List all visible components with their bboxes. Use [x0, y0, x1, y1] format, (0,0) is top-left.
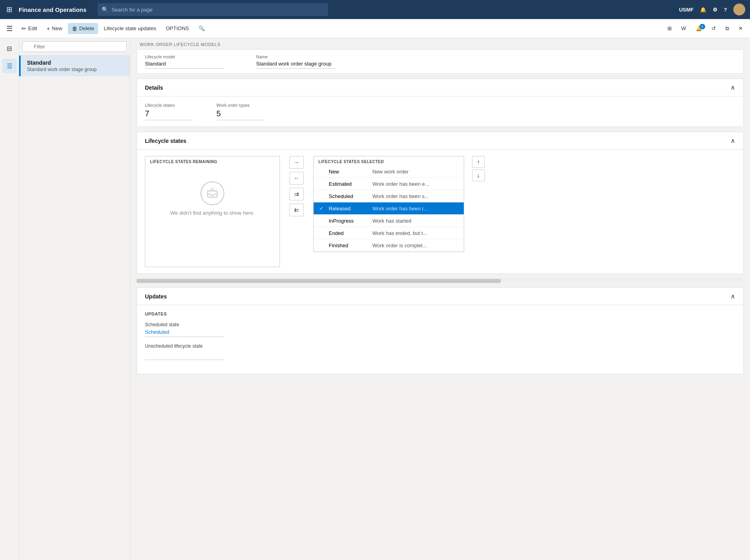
updates-section-header[interactable]: Updates ∧ [137, 288, 743, 305]
search-input[interactable] [112, 7, 324, 13]
list-panel: 🔍 Standard Standard work order stage gro… [19, 38, 130, 560]
topbar-right: USMF 🔔 ⚙ ? [679, 4, 745, 15]
row-description: Work order has been r... [372, 206, 428, 212]
avatar[interactable] [733, 4, 745, 15]
lifecycle-model-value: Standard [145, 61, 224, 69]
row-description: Work order has been e... [372, 181, 429, 187]
move-left-button[interactable]: ← [289, 172, 304, 185]
details-section-title: Details [145, 85, 163, 91]
name-label: Name [256, 54, 335, 59]
commandbar: ☰ ✏ Edit + New 🗑 Delete Lifecycle state … [0, 19, 750, 38]
move-right-button[interactable]: → [289, 156, 304, 169]
lifecycle-selected-row[interactable]: Ended Work has ended, but t... [314, 227, 464, 239]
lifecycle-states-collapse-icon: ∧ [731, 137, 735, 144]
filter-toggle-icon[interactable]: ⊟ [2, 41, 17, 56]
lifecycle-states-count-label: Lifecycle states [145, 103, 193, 108]
lifecycle-empty-state: We didn't find anything to show here. [145, 165, 280, 232]
lifecycle-selected-label: LIFECYCLE STATES SELECTED [314, 156, 464, 165]
grid-icon[interactable]: ⊞ [5, 4, 14, 15]
filter-input[interactable] [22, 41, 127, 52]
record-header: Lifecycle model Standard Name Standard w… [137, 49, 744, 74]
work-order-types-field: Work order types 5 [216, 103, 264, 120]
name-value: Standard work order stage group [256, 61, 335, 69]
main-layout: ⊟ ☰ 🔍 Standard Standard work order stage… [0, 38, 750, 560]
bell-icon[interactable]: 🔔 [700, 7, 706, 13]
row-check-icon [318, 168, 325, 175]
lifecycle-selected-row[interactable]: Estimated Work order has been e... [314, 178, 464, 190]
lifecycle-model-field: Lifecycle model Standard [145, 54, 224, 69]
updates-content: UPDATES Scheduled state Scheduled Unsche… [137, 305, 743, 374]
refresh-button[interactable]: ↺ [708, 23, 720, 34]
list-item[interactable]: Standard Standard work order stage group [19, 56, 130, 76]
empty-state-text: We didn't find anything to show here. [170, 210, 255, 216]
row-description: New work order [372, 169, 409, 175]
move-all-right-button[interactable]: ⇉ [289, 188, 304, 200]
list-view-icon[interactable]: ☰ [2, 59, 17, 73]
row-name: New [329, 169, 368, 175]
row-name: Estimated [329, 181, 368, 187]
search-bar[interactable]: 🔍 [98, 3, 328, 16]
lifecycle-selected-row[interactable]: New New work order [314, 165, 464, 178]
close-button[interactable]: ✕ [735, 23, 747, 34]
notification-button[interactable]: 🔔 0 [692, 23, 706, 34]
notification-badge: 0 [700, 24, 705, 29]
sidebar-toggle: ⊟ ☰ [0, 38, 19, 560]
lifecycle-states-section: Lifecycle states ∧ LIFECYCLE STATES REMA… [137, 132, 744, 274]
lifecycle-state-updates-button[interactable]: Lifecycle state updates [100, 23, 160, 34]
options-search-icon: 🔍 [199, 25, 205, 31]
row-name: Ended [329, 230, 368, 236]
app-title: Finance and Operations [19, 6, 87, 13]
row-check-icon: ✓ [318, 205, 325, 212]
edit-button[interactable]: ✏ Edit [17, 23, 41, 34]
scheduled-state-field: Scheduled state Scheduled [145, 322, 735, 337]
new-window-button[interactable]: ⧉ [721, 23, 733, 34]
horizontal-scrollbar[interactable] [137, 279, 744, 283]
lifecycle-selected-row[interactable]: Scheduled Work order has been s... [314, 190, 464, 202]
scrollbar-thumb [137, 279, 501, 283]
lifecycle-states-section-title: Lifecycle states [145, 138, 186, 144]
work-order-types-value: 5 [216, 109, 264, 120]
lifecycle-remaining-box: LIFECYCLE STATES REMAINING [145, 156, 280, 267]
list-item-title: Standard [27, 60, 123, 66]
filter-area: 🔍 [19, 38, 130, 56]
move-up-button[interactable]: ↑ [472, 156, 485, 168]
list-item-subtitle: Standard work order stage group [27, 67, 123, 72]
row-description: Work order has been s... [372, 193, 429, 199]
lifecycle-selected-row[interactable]: Finished Work order is complet... [314, 239, 464, 252]
updates-section: Updates ∧ UPDATES Scheduled state Schedu… [137, 287, 744, 374]
row-description: Work has ended, but t... [372, 230, 427, 236]
office-button[interactable]: W [677, 23, 690, 34]
settings-icon[interactable]: ⚙ [713, 7, 717, 13]
row-description: Work order is complet... [372, 242, 427, 248]
move-down-button[interactable]: ↓ [472, 169, 485, 181]
updates-collapse-icon: ∧ [731, 293, 735, 300]
topbar: ⊞ Finance and Operations 🔍 USMF 🔔 ⚙ ? [0, 0, 750, 19]
move-all-left-button[interactable]: ⇇ [289, 204, 304, 216]
breadcrumb: WORK ORDER LIFECYCLE MODELS [130, 38, 750, 49]
hamburger-icon[interactable]: ☰ [3, 23, 16, 35]
delete-button[interactable]: 🗑 Delete [68, 23, 98, 34]
personalize-button[interactable]: ⊞ [663, 23, 676, 34]
lifecycle-selected-row[interactable]: ✓ Released Work order has been r... [314, 202, 464, 215]
details-section-header[interactable]: Details ∧ [137, 79, 743, 96]
lifecycle-states-section-header[interactable]: Lifecycle states ∧ [137, 132, 743, 150]
new-button[interactable]: + New [42, 23, 66, 34]
row-check-icon [318, 217, 325, 224]
order-buttons: ↑ ↓ [470, 156, 486, 181]
search-icon: 🔍 [102, 6, 108, 13]
lifecycle-states-count-field: Lifecycle states 7 [145, 103, 193, 120]
lifecycle-model-label: Lifecycle model [145, 54, 224, 59]
lifecycle-selected-row[interactable]: InProgress Work has started [314, 215, 464, 227]
name-field: Name Standard work order stage group [256, 54, 335, 69]
lifecycle-states-count-value: 7 [145, 109, 193, 120]
lifecycle-selected-box: LIFECYCLE STATES SELECTED New New work o… [313, 156, 464, 252]
details-content: Lifecycle states 7 Work order types 5 [137, 96, 743, 127]
options-button[interactable]: OPTIONS [162, 23, 193, 34]
row-name: Released [329, 206, 368, 212]
transfer-buttons: → ← ⇉ ⇇ [286, 156, 307, 216]
help-icon[interactable]: ? [724, 7, 727, 13]
plus-icon: + [46, 25, 50, 32]
commandbar-right: ⊞ W 🔔 0 ↺ ⧉ ✕ [663, 23, 747, 34]
options-search-button[interactable]: 🔍 [195, 23, 209, 34]
row-check-icon [318, 181, 325, 187]
